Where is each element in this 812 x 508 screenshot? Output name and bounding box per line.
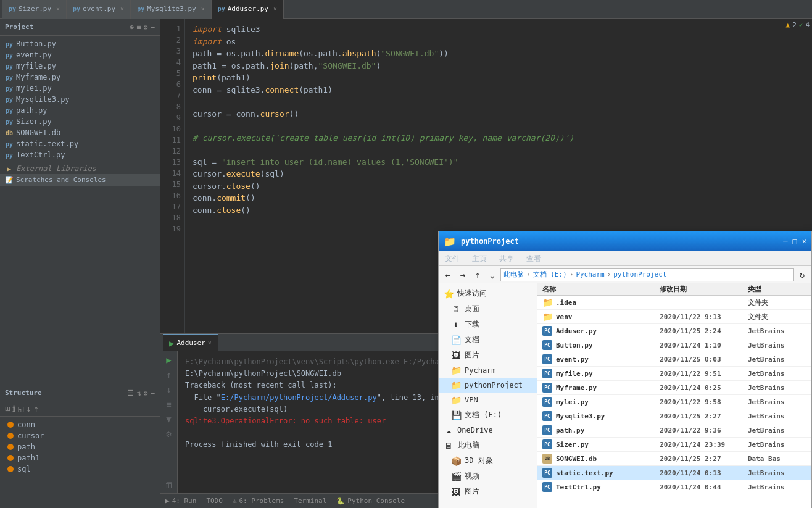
error-file-link[interactable]: E:/Pycharm/pythonProject/Adduser.py [221,393,377,402]
status-todo[interactable]: TODO [206,497,223,505]
run-tab-close[interactable]: × [208,339,212,346]
status-python-console[interactable]: 🐍 Python Console [336,497,405,505]
fe-file-row-button[interactable]: PCButton.py 2020/11/24 1:10 JetBrains [537,338,811,352]
fe-nav-drive[interactable]: 💾 文档 (E:) [439,407,537,423]
fe-nav-quickaccess[interactable]: ⭐ 快速访问 [439,286,537,301]
fe-nav-pythonproject[interactable]: 📁 pythonProject [439,378,537,393]
fe-menu-file[interactable]: 文件 [439,251,466,266]
fe-nav-pics[interactable]: 🖼 图片 [439,348,537,363]
tree-item-songwei[interactable]: db SONGWEI.db [0,127,160,138]
tree-item-textctrl[interactable]: py TextCtrl.py [0,149,160,160]
tree-item-mysqlite3[interactable]: py Mysqlite3.py [0,94,160,105]
run-wrap-btn[interactable]: ≡ [163,398,175,410]
run-trash-btn[interactable]: 🗑 [163,478,175,491]
fe-nav-pictures[interactable]: 🖼 图片 [439,484,537,499]
tree-item-event[interactable]: py event.py [0,49,160,60]
fe-nav-docs[interactable]: 📄 文档 [439,332,537,348]
run-filter-btn[interactable]: ▼ [163,413,175,425]
fe-back-btn[interactable]: ← [441,268,455,281]
fe-nav-desktop[interactable]: 🖥 桌面 [439,301,537,317]
struct-toolbar-icon3[interactable]: ◱ [18,404,23,414]
fe-refresh-btn[interactable]: ↻ [795,268,809,281]
tab-mysqlite[interactable]: py Mysqlite3.py × [131,0,212,19]
fe-menu-share[interactable]: 共享 [493,251,520,266]
scratches-item[interactable]: 📝 Scratches and Consoles [0,174,160,186]
pics-icon: 🖼 [451,351,461,360]
fe-up-btn[interactable]: ↑ [471,268,484,281]
status-run[interactable]: ▶ 4: Run [165,497,196,505]
tree-item-path[interactable]: py path.py [0,105,160,116]
tree-item-external-libraries[interactable]: ▶ External Libraries [0,163,160,174]
tree-item-myfile[interactable]: py myfile.py [0,60,160,72]
var-name-path1: path1 [17,454,39,462]
struct-toolbar-icon2[interactable]: ℹ [12,404,15,414]
fe-nav-download[interactable]: ⬇ 下载 [439,317,537,332]
run-down-btn[interactable]: ↓ [163,383,175,396]
fe-nav-onedrive[interactable]: ☁ OneDrive [439,423,537,438]
fe-file-row-venv[interactable]: 📁venv 2020/11/22 9:13 文件夹 [537,310,811,324]
fe-file-row-mysqlite3[interactable]: PCMysqlite3.py 2020/11/25 2:27 JetBrains [537,409,811,423]
fe-minimize-btn[interactable]: ─ [783,237,787,246]
project-title: Project [5,23,33,31]
fe-file-row-statictext[interactable]: PCstatic.text.py 2020/11/24 0:13 JetBrai… [537,466,811,480]
fe-file-row-mylei[interactable]: PCmylei.py 2020/11/22 9:58 JetBrains [537,395,811,409]
struct-toolbar-icon5[interactable]: ↑ [33,404,38,414]
struct-var-path1: path1 [5,452,155,464]
col-type[interactable]: 类型 [748,285,806,294]
structure-minimize-icon[interactable]: − [151,389,155,398]
status-terminal[interactable]: Terminal [294,497,326,505]
structure-sort-icon[interactable]: ⇅ [136,389,141,398]
close-tab-mysqlite[interactable]: × [201,6,205,12]
fe-close-btn[interactable]: × [802,237,806,246]
close-tab-event[interactable]: × [120,6,124,12]
tree-item-sizer[interactable]: py Sizer.py [0,116,160,127]
fe-menu-view[interactable]: 查看 [520,251,547,266]
fe-file-row-myframe[interactable]: PCMyframe.py 2020/11/24 0:25 JetBrains [537,381,811,395]
run-play-btn[interactable]: ▶ [163,354,175,366]
run-tab-adduser[interactable]: ▶ Adduser × [163,334,218,351]
fe-nav-thispc[interactable]: 🖥 此电脑 [439,438,537,453]
fe-menu-home[interactable]: 主页 [466,251,493,266]
fe-file-row-sizer[interactable]: PCSizer.py 2020/11/24 23:39 JetBrains [537,438,811,452]
struct-toolbar-icon1[interactable]: ⊞ [5,404,10,414]
close-tab-adduser[interactable]: × [273,6,277,12]
fe-file-row-path[interactable]: PCpath.py 2020/11/22 9:36 JetBrains [537,423,811,438]
tab-sizer[interactable]: py Sizer.py × [2,0,67,19]
settings-icon[interactable]: ≡ [136,23,141,31]
structure-list-icon[interactable]: ☰ [127,389,134,398]
fe-address-bar[interactable]: 此电脑 › 文档 (E:) › Pycharm › pythonProject [500,268,794,281]
py-file-icon-sizer: py [5,117,14,126]
status-problems[interactable]: ⚠ 6: Problems [233,497,284,505]
tree-item-mylei[interactable]: py mylei.py [0,83,160,94]
minimize-icon[interactable]: − [151,23,155,31]
fe-forward-btn[interactable]: → [456,268,470,281]
fe-file-row-adduser[interactable]: PCAdduser.py 2020/11/25 2:24 JetBrains [537,324,811,338]
fe-file-row-myfile[interactable]: PCmyfile.py 2020/11/22 9:51 JetBrains [537,367,811,381]
fe-file-row-event[interactable]: PCevent.py 2020/11/25 0:03 JetBrains [537,352,811,367]
col-name[interactable]: 名称 [542,285,660,294]
fe-nav-3d-label: 3D 对象 [465,456,493,466]
tab-event[interactable]: py event.py × [67,0,131,19]
struct-toolbar-icon4[interactable]: ↓ [26,404,31,414]
tree-item-myframe[interactable]: py Myframe.py [0,72,160,83]
fe-recent-btn[interactable]: ⌄ [486,268,499,281]
run-up-btn[interactable]: ↑ [163,369,175,381]
fe-nav-3d[interactable]: 📦 3D 对象 [439,453,537,468]
fe-file-row-idea[interactable]: 📁.idea 文件夹 [537,296,811,310]
close-tab-sizer[interactable]: × [56,6,60,12]
videos-icon: 🎬 [451,472,461,481]
fe-file-row-textctrl[interactable]: PCTextCtrl.py 2020/11/24 0:44 JetBrains [537,480,811,494]
tree-item-button[interactable]: py Button.py [0,38,160,49]
structure-settings-icon[interactable]: ⚙ [144,389,148,398]
fe-nav-videos[interactable]: 🎬 视频 [439,468,537,484]
col-date[interactable]: 修改日期 [660,285,748,294]
run-settings-btn[interactable]: ⚙ [163,428,175,440]
fe-file-row-songwei[interactable]: DBSONGWEI.db 2020/11/25 2:27 Data Bas [537,452,811,466]
fe-nav-pycharm[interactable]: 📁 Pycharm [439,363,537,378]
tree-item-statictext[interactable]: py static.text.py [0,138,160,149]
tab-adduser[interactable]: py Adduser.py × [212,0,284,19]
scope-icon[interactable]: ⊕ [130,23,134,31]
fe-nav-vpn[interactable]: 📁 VPN [439,393,537,407]
gear-icon[interactable]: ⚙ [144,23,148,31]
fe-maximize-btn[interactable]: □ [793,237,797,246]
